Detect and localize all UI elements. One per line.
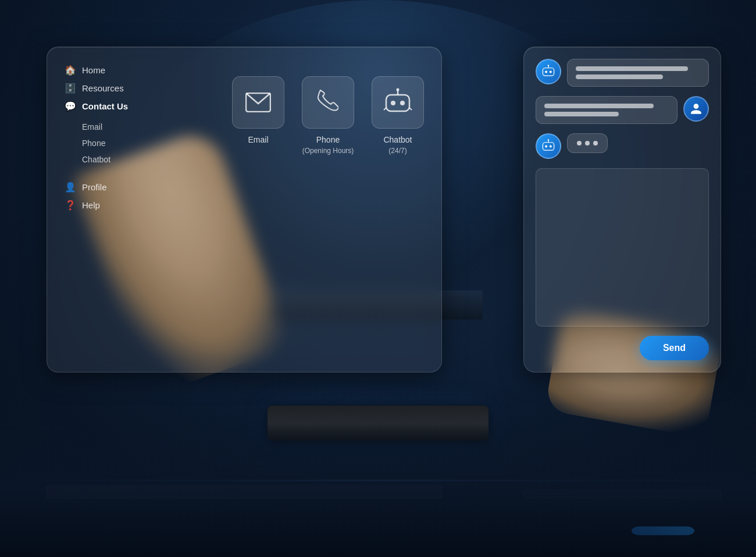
nav-label-help: Help [82,200,100,210]
profile-icon: 👤 [65,182,76,193]
nav-label-profile: Profile [82,182,107,192]
reflection-left [47,485,442,499]
nav-submenu: Email Phone Chatbot [82,121,128,165]
chat-message-user-1 [536,96,709,124]
svg-line-6 [384,108,386,110]
home-icon: 🏠 [65,65,76,76]
chat-input[interactable] [536,168,709,327]
chatbot-label: Chatbot (24/7) [383,134,412,156]
svg-point-3 [400,101,405,105]
nav-item-help[interactable]: ❓ Help [65,200,128,211]
left-panel: 🏠 Home 🗄️ Resources 💬 Contact Us Email P… [47,47,442,372]
typing-dot-1 [577,141,582,146]
typing-dot-2 [585,141,590,146]
help-icon: ❓ [65,200,76,211]
contact-icon: 💬 [65,101,76,112]
reflection-right [523,489,721,499]
nav-item-profile[interactable]: 👤 Profile [65,182,128,193]
right-chat-panel: Send [523,47,721,372]
chat-message-bot-1 [536,59,709,87]
nav-sub-phone[interactable]: Phone [82,137,128,149]
nav-item-contact-us[interactable]: 💬 Contact Us [65,101,128,112]
nav-item-resources[interactable]: 🗄️ Resources [65,83,128,94]
svg-point-15 [550,146,552,148]
phone-icon [318,90,338,115]
bot-avatar-2 [536,133,561,159]
nav-label-resources: Resources [82,83,124,93]
bubble-line [544,104,654,108]
phone-icon-box [302,76,354,129]
bot-avatar-1 [536,59,561,84]
typing-indicator [567,133,608,153]
svg-rect-8 [543,68,554,76]
svg-point-2 [391,101,395,105]
resources-icon: 🗄️ [65,83,76,94]
nav-sub-chatbot[interactable]: Chatbot [82,154,128,165]
send-button[interactable]: Send [640,336,709,360]
svg-point-17 [548,139,549,140]
svg-point-14 [545,146,547,148]
svg-line-7 [409,108,412,110]
bubble-line [576,74,663,79]
bot-avatar-icon-2 [541,139,555,153]
nav-menu: 🏠 Home 🗄️ Resources 💬 Contact Us Email P… [65,65,128,211]
user-avatar-icon [690,102,702,115]
svg-rect-13 [543,143,554,150]
nav-label-home: Home [82,65,105,75]
nav-item-home[interactable]: 🏠 Home [65,65,128,76]
chat-message-bot-typing [536,133,709,159]
email-label: Email [248,134,268,145]
bubble-line [544,112,619,116]
email-icon [245,93,271,112]
contact-option-email[interactable]: Email [232,76,284,145]
contact-option-phone[interactable]: Phone (Opening Hours) [302,76,354,156]
svg-rect-1 [386,95,409,111]
bot-avatar-icon-1 [541,65,555,79]
email-icon-box [232,76,284,129]
chatbot-icon [383,88,412,117]
contact-options: Email Phone (Opening Hours) [232,76,424,156]
nav-label-contact-us: Contact Us [82,101,128,111]
svg-point-12 [548,65,549,66]
user-bubble-1 [536,96,677,124]
bubble-line [576,66,688,71]
chatbot-icon-box [372,76,424,129]
svg-point-10 [550,71,552,73]
phone-label: Phone (Opening Hours) [302,134,354,156]
typing-dot-3 [593,141,598,146]
bot-bubble-1 [567,59,709,87]
svg-point-5 [397,88,400,91]
svg-point-9 [545,71,547,73]
nav-sub-email[interactable]: Email [82,121,128,133]
send-button-reflection [632,527,694,535]
contact-option-chatbot[interactable]: Chatbot (24/7) [372,76,424,156]
user-avatar-1 [683,96,709,122]
